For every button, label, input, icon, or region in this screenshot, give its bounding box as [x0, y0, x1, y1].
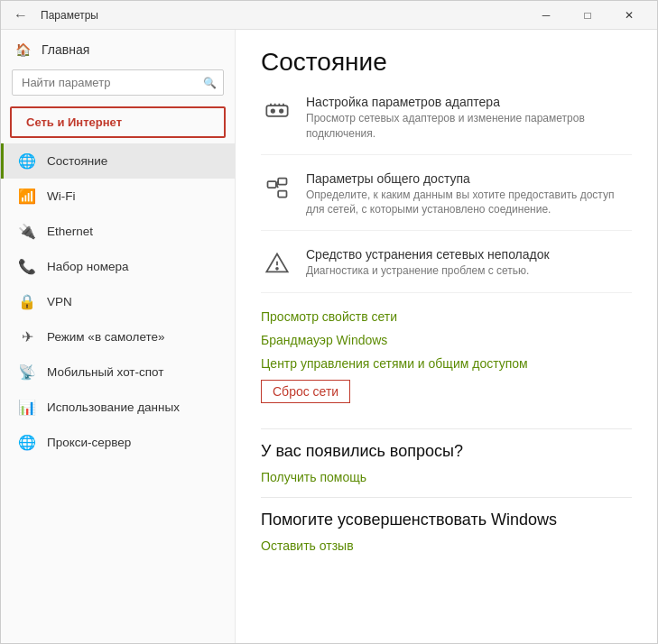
sharing-title: Параметры общего доступа	[306, 171, 632, 186]
troubleshoot-title: Средство устранения сетевых неполадок	[306, 247, 550, 262]
back-button[interactable]: ←	[8, 5, 33, 25]
troubleshoot-setting[interactable]: Средство устранения сетевых неполадок Ди…	[261, 247, 632, 293]
sidebar-icon-4: 🔒	[18, 293, 36, 310]
sidebar-label-1: Wi-Fi	[47, 189, 75, 203]
search-input[interactable]	[12, 69, 224, 96]
sidebar-icon-0: 🌐	[18, 152, 36, 170]
content-area: 🏠 Главная 🔍 Сеть и Интернет 🌐 Состояние …	[1, 30, 657, 643]
firewall-link[interactable]: Брандмауэр Windows	[261, 333, 632, 347]
svg-rect-4	[278, 178, 286, 184]
sidebar-icon-7: 📊	[18, 399, 36, 416]
sidebar-item-4[interactable]: 🔒 VPN	[1, 284, 235, 319]
sidebar-item-8[interactable]: 🌐 Прокси-сервер	[1, 425, 235, 460]
sidebar-label-0: Состояние	[47, 154, 107, 168]
svg-rect-5	[278, 190, 286, 197]
sidebar-icon-5: ✈	[18, 328, 36, 345]
network-reset-link[interactable]: Сброс сети	[261, 380, 350, 403]
main-content: Состояние Настройка параметров адаптера …	[236, 30, 657, 643]
sidebar-icon-1: 📶	[18, 188, 36, 205]
sidebar-item-2[interactable]: 🔌 Ethernet	[1, 214, 235, 249]
svg-rect-0	[266, 106, 287, 116]
page-title: Состояние	[261, 48, 632, 77]
sidebar-icon-6: 📡	[18, 363, 36, 381]
feedback-link[interactable]: Оставить отзыв	[261, 538, 632, 553]
sidebar-label-3: Набор номера	[47, 260, 129, 273]
svg-rect-3	[268, 181, 276, 188]
minimize-button[interactable]: ─	[525, 1, 567, 30]
titlebar-left: ← Параметры	[8, 5, 98, 25]
svg-point-2	[280, 109, 283, 113]
sidebar-label-8: Прокси-сервер	[47, 436, 131, 449]
troubleshoot-text: Средство устранения сетевых неполадок Ди…	[306, 247, 550, 279]
sidebar-item-5[interactable]: ✈ Режим «в самолете»	[1, 319, 235, 354]
sidebar-item-0[interactable]: 🌐 Состояние	[1, 143, 235, 179]
search-box: 🔍	[12, 69, 224, 96]
sidebar-label-7: Использование данных	[47, 400, 180, 414]
maximize-button[interactable]: □	[567, 1, 608, 30]
svg-point-7	[276, 268, 278, 270]
sidebar-icon-8: 🌐	[18, 434, 36, 451]
sidebar-item-6[interactable]: 📡 Мобильный хот-спот	[1, 354, 235, 390]
network-props-link[interactable]: Просмотр свойств сети	[261, 309, 632, 324]
questions-title: У вас появились вопросы?	[261, 442, 632, 461]
sidebar-label-5: Режим «в самолете»	[47, 330, 165, 344]
troubleshoot-desc: Диагностика и устранение проблем с сетью…	[306, 263, 550, 279]
sharing-desc: Определите, к каким данным вы хотите пре…	[306, 188, 632, 218]
sidebar-item-3[interactable]: 📞 Набор номера	[1, 249, 235, 284]
svg-point-1	[272, 109, 275, 113]
sidebar-section-header: Сеть и Интернет	[10, 106, 226, 138]
window-title: Параметры	[41, 9, 98, 22]
sidebar-label-4: VPN	[47, 295, 72, 308]
settings-window: ← Параметры ─ □ ✕ 🏠 Главная 🔍 Сеть и Инт…	[0, 0, 658, 644]
adapter-text: Настройка параметров адаптера Просмотр с…	[306, 95, 632, 142]
divider-2	[261, 497, 632, 498]
sharing-icon	[261, 171, 293, 204]
close-button[interactable]: ✕	[608, 1, 650, 30]
adapter-icon	[261, 95, 293, 127]
sharing-text: Параметры общего доступа Определите, к к…	[306, 171, 632, 218]
sidebar-icon-2: 🔌	[18, 223, 36, 240]
sidebar-label-2: Ethernet	[47, 225, 93, 238]
sidebar-home[interactable]: 🏠 Главная	[1, 30, 235, 69]
sidebar-item-7[interactable]: 📊 Использование данных	[1, 390, 235, 425]
titlebar-controls: ─ □ ✕	[525, 1, 650, 30]
sharing-setting[interactable]: Параметры общего доступа Определите, к к…	[261, 171, 632, 232]
adapter-title: Настройка параметров адаптера	[306, 95, 632, 109]
network-center-link[interactable]: Центр управления сетями и общим доступом	[261, 356, 632, 371]
titlebar: ← Параметры ─ □ ✕	[1, 1, 657, 30]
home-label: Главная	[42, 42, 89, 57]
divider-1	[261, 428, 632, 429]
sidebar-icon-3: 📞	[18, 258, 36, 275]
sidebar-item-1[interactable]: 📶 Wi-Fi	[1, 179, 235, 214]
search-icon: 🔍	[203, 77, 217, 89]
adapter-desc: Просмотр сетевых адаптеров и изменение п…	[306, 111, 632, 142]
improve-title: Помогите усовершенствовать Windows	[261, 511, 632, 529]
sidebar: 🏠 Главная 🔍 Сеть и Интернет 🌐 Состояние …	[1, 30, 236, 643]
adapter-setting[interactable]: Настройка параметров адаптера Просмотр с…	[261, 95, 632, 155]
sidebar-label-6: Мобильный хот-спот	[47, 365, 163, 379]
sidebar-items-container: 🌐 Состояние 📶 Wi-Fi 🔌 Ethernet 📞 Набор н…	[1, 143, 235, 460]
help-link[interactable]: Получить помощь	[261, 470, 632, 484]
troubleshoot-icon	[261, 247, 293, 280]
home-icon: 🏠	[15, 42, 31, 57]
